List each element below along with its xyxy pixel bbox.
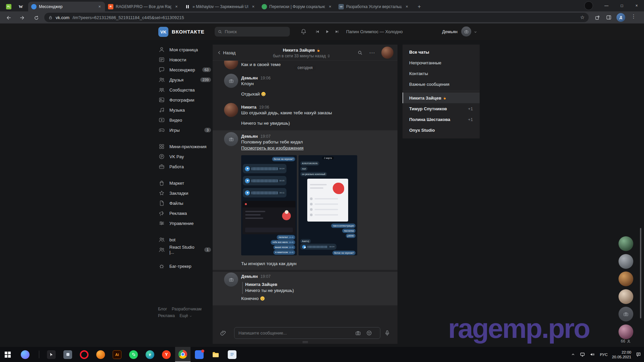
message-author[interactable]: Демьян <box>241 274 258 279</box>
utility-taskbar-button[interactable] <box>60 347 75 362</box>
pinned-tab[interactable]: W <box>15 2 26 11</box>
sidebar-item-work[interactable]: Работа <box>158 162 211 172</box>
sidebar-item-video[interactable]: Видео <box>158 115 211 125</box>
chat-filter[interactable]: Контакты <box>402 68 480 79</box>
clock[interactable]: 22:0020.05.2021 <box>612 350 631 359</box>
start-button[interactable] <box>0 347 15 362</box>
sidebar-item-apps[interactable]: Мини-приложения <box>158 141 211 152</box>
vk-search[interactable] <box>215 27 290 37</box>
opera-taskbar-button[interactable] <box>76 347 92 362</box>
forward-button[interactable] <box>18 13 26 22</box>
browser-tab[interactable]: Мессенджер× <box>28 2 105 11</box>
notepad-taskbar-button[interactable] <box>224 347 240 362</box>
player-next-icon[interactable] <box>335 29 339 34</box>
footer-link-more[interactable]: Ещё <box>179 313 192 318</box>
friend-avatar[interactable] <box>619 289 633 304</box>
chat-filter[interactable]: Важные сообщения <box>402 79 480 89</box>
chat-list-item[interactable]: Полина Шестакова+1 <box>402 114 480 125</box>
footer-link[interactable]: Реклама <box>158 313 175 318</box>
sidebar-item-ads[interactable]: Реклама <box>158 208 211 218</box>
notifications-bell-icon[interactable] <box>300 28 307 35</box>
chat-list-item[interactable]: Тимур Спутников+1 <box>402 103 480 114</box>
close-window-button[interactable]: × <box>629 0 644 11</box>
forwarded-author[interactable]: Никита Зайцев <box>245 282 277 287</box>
sidebar-item-games[interactable]: Игры3 <box>158 125 211 135</box>
friend-avatar[interactable] <box>619 324 633 339</box>
sidebar-item-vkpay[interactable]: VK Pay <box>158 152 211 162</box>
back-button[interactable] <box>4 13 13 22</box>
chat-title[interactable]: Никита Зайцев <box>246 48 357 53</box>
avatar-nikita[interactable] <box>224 103 238 117</box>
orange-app-taskbar-button[interactable] <box>93 347 108 362</box>
emoji-smile-icon[interactable] <box>366 330 372 336</box>
new-tab-button[interactable]: + <box>415 2 424 11</box>
volume-icon[interactable] <box>590 352 595 357</box>
sidebar-item-people[interactable]: React Studio |...1 <box>158 245 211 255</box>
avatar-demyan[interactable] <box>224 273 238 287</box>
chat-search-icon[interactable] <box>356 49 364 56</box>
back-to-chats-button[interactable]: Назад <box>217 45 235 61</box>
now-playing-track[interactable]: Папин Олимпос — Холодно <box>346 29 403 34</box>
vk-logo[interactable]: VK <box>158 27 168 37</box>
sidebar-item-manage[interactable]: Управление <box>158 218 211 228</box>
friend-avatar[interactable] <box>619 307 633 321</box>
whatsapp-taskbar-button[interactable] <box>126 347 141 362</box>
maximize-button[interactable]: □ <box>614 0 629 11</box>
microphone-icon[interactable] <box>384 329 391 337</box>
page-scrollbar[interactable] <box>640 228 641 318</box>
selected-message-block[interactable]: Демьян19:07 Никита Зайцев Ничего ты не у… <box>213 272 397 305</box>
chat-list-item[interactable]: Никита Зайцев <box>402 93 480 103</box>
chat-avatar[interactable] <box>381 47 393 59</box>
assistant-button[interactable] <box>17 347 33 362</box>
friend-avatar[interactable] <box>619 254 633 269</box>
blue-app-taskbar-button[interactable] <box>192 347 207 362</box>
sidebar-item-photos[interactable]: Фотографии <box>158 95 211 105</box>
sidebar-item-music[interactable]: Музыка <box>158 105 211 115</box>
keyboard-language[interactable]: РУС <box>600 353 607 357</box>
extensions-icon[interactable] <box>594 14 600 20</box>
browser-profile-button[interactable] <box>584 1 593 10</box>
site-lock-icon[interactable] <box>48 15 53 20</box>
cursor-taskbar-button[interactable] <box>44 347 59 362</box>
tab-close-icon[interactable]: × <box>97 4 102 9</box>
browser-menu-icon[interactable]: ⋮ <box>630 13 637 19</box>
chat-list-item[interactable]: Onyx Studio <box>402 125 480 135</box>
browser-tab[interactable]: » Mikhaylov — Заряженный UI/× <box>182 2 259 11</box>
player-play-icon[interactable] <box>325 29 329 34</box>
illustrator-taskbar-button[interactable]: Ai <box>109 347 125 362</box>
browser-tab[interactable]: RRAGEMP.PRO — Все для RageMP× <box>105 2 182 11</box>
tray-expand-icon[interactable] <box>571 352 575 357</box>
sidebar-item-bug[interactable]: Баг-трекер <box>158 261 211 271</box>
tab-close-icon[interactable]: × <box>404 4 410 9</box>
vk-user-avatar[interactable] <box>461 26 471 37</box>
network-icon[interactable] <box>580 352 585 357</box>
photo-camera-icon[interactable] <box>355 330 361 336</box>
sidebar-item-files[interactable]: Файлы <box>158 198 211 208</box>
player-prev-icon[interactable] <box>315 29 320 34</box>
action-center-icon[interactable] <box>636 352 641 357</box>
side-panel-icon[interactable] <box>606 14 612 20</box>
message-author[interactable]: Демьян <box>241 134 258 139</box>
avatar-demyan[interactable] <box>224 132 238 146</box>
browser-tab[interactable]: Переписки | Форум социальной× <box>259 2 335 11</box>
sidebar-item-news[interactable]: Новости <box>158 55 211 65</box>
browser-tab[interactable]: </>Разработка Услуги верстальщи× <box>335 2 412 11</box>
attach-paperclip-icon[interactable] <box>220 329 227 337</box>
selected-message-block[interactable]: Демьян19:07 Половину работы тебе кидал П… <box>213 130 397 270</box>
footer-link[interactable]: Разработчикам <box>172 307 202 311</box>
sidebar-item-bookmarks[interactable]: Закладки <box>158 188 211 198</box>
vk-search-input[interactable] <box>225 29 278 34</box>
reload-button[interactable] <box>32 13 41 22</box>
friend-avatar[interactable] <box>619 236 633 251</box>
sidebar-item-market[interactable]: Маркет <box>158 178 211 188</box>
vk-user-name[interactable]: Демьян <box>426 29 458 34</box>
resize-handle[interactable] <box>303 341 308 343</box>
pinned-tab[interactable]: FL <box>3 2 14 11</box>
footer-link[interactable]: Блог <box>158 307 167 311</box>
edge-taskbar-button[interactable]: e <box>142 347 158 362</box>
sidebar-item-groups[interactable]: Сообщества <box>158 85 211 95</box>
attachment-image[interactable]: белое на черном?00:0400:0500:11лалалал19… <box>241 155 297 255</box>
tab-close-icon[interactable]: × <box>327 4 333 9</box>
chat-filter[interactable]: Непрочитанные <box>402 57 480 68</box>
chat-filter[interactable]: Все чаты <box>402 47 480 57</box>
